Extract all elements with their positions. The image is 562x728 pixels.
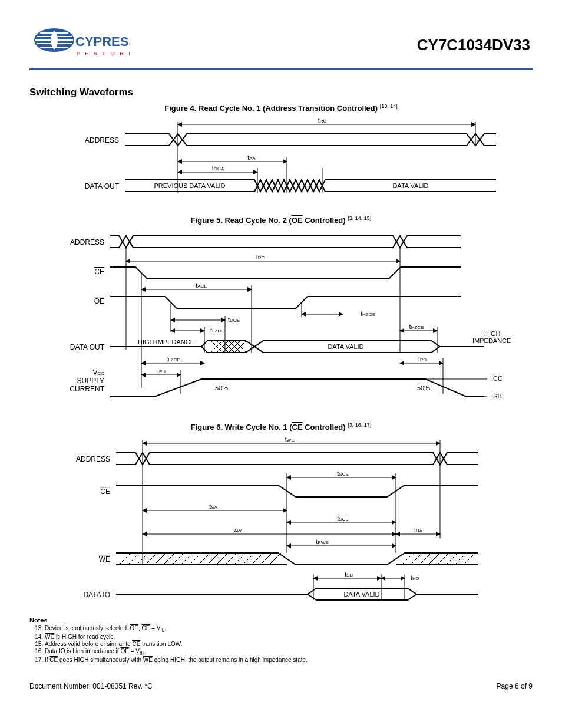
svg-text:tPWE: tPWE bbox=[316, 538, 328, 545]
page-number: Page 6 of 9 bbox=[497, 682, 533, 690]
svg-text:tRC: tRC bbox=[318, 117, 327, 124]
note-16: Data IO is high impedance if OE = VIH. bbox=[45, 648, 533, 656]
svg-text:tHA: tHA bbox=[414, 526, 423, 533]
svg-line-119 bbox=[446, 553, 458, 565]
svg-text:HIGH IMPEDANCE: HIGH IMPEDANCE bbox=[138, 338, 194, 345]
svg-text:tPU: tPU bbox=[157, 367, 166, 374]
page-footer: Document Number: 001-08351 Rev. *C Page … bbox=[29, 682, 533, 690]
svg-text:ICC: ICC bbox=[491, 375, 503, 382]
figure4-diagram: tRC ADDRESS tAA tOHA DATA OUT PREVIOUS D… bbox=[63, 116, 499, 205]
svg-text:DATA OUT: DATA OUT bbox=[85, 182, 120, 190]
svg-line-96 bbox=[119, 553, 131, 565]
notes-heading: Notes bbox=[29, 617, 533, 624]
svg-text:tSCE: tSCE bbox=[337, 470, 349, 477]
svg-line-116 bbox=[419, 553, 431, 565]
svg-text:HIGH: HIGH bbox=[484, 330, 501, 337]
figure6-refs: [3, 16, 17] bbox=[348, 422, 371, 428]
svg-text:tSCE: tSCE bbox=[337, 515, 349, 522]
doc-number: Document Number: 001-08351 Rev. *C bbox=[29, 682, 153, 690]
svg-text:ADDRESS: ADDRESS bbox=[76, 455, 110, 463]
svg-line-120 bbox=[455, 553, 467, 565]
svg-text:tWC: tWC bbox=[285, 436, 295, 443]
svg-text:IMPEDANCE: IMPEDANCE bbox=[472, 337, 511, 344]
svg-text:tLZCE: tLZCE bbox=[166, 355, 180, 363]
svg-text:tSD: tSD bbox=[345, 571, 353, 578]
svg-text:tOHA: tOHA bbox=[212, 164, 224, 172]
figure6-caption-ov: CE bbox=[292, 423, 303, 431]
svg-line-103 bbox=[181, 553, 193, 565]
svg-line-99 bbox=[146, 553, 157, 565]
part-number: CY7C1034DV33 bbox=[417, 36, 530, 54]
svg-text:DATA  OUT: DATA OUT bbox=[70, 343, 105, 351]
logo-text: CYPRESS bbox=[75, 34, 130, 49]
svg-text:ADDRESS: ADDRESS bbox=[70, 238, 104, 246]
logo-subtext: P E R F O R M bbox=[77, 51, 130, 57]
svg-text:CURRENT: CURRENT bbox=[70, 385, 104, 393]
notes-list: Device is continuously selected. OE, CE … bbox=[29, 625, 533, 663]
svg-line-108 bbox=[225, 553, 237, 565]
figure5-caption-ov: OE bbox=[292, 216, 303, 225]
svg-line-117 bbox=[428, 553, 440, 565]
figure5-caption-a: Figure 5. Read Cycle No. 2 ( bbox=[191, 216, 292, 225]
svg-text:tDOE: tDOE bbox=[228, 316, 240, 323]
svg-text:DATA VALID: DATA VALID bbox=[328, 343, 363, 350]
figure6-caption-b: Controlled) bbox=[303, 423, 346, 431]
svg-text:DATA IO: DATA IO bbox=[83, 591, 110, 599]
svg-line-118 bbox=[437, 553, 449, 565]
svg-text:ISB: ISB bbox=[491, 393, 502, 400]
svg-line-109 bbox=[234, 553, 246, 565]
svg-line-112 bbox=[260, 553, 272, 565]
svg-line-107 bbox=[216, 553, 228, 565]
svg-text:SUPPLY: SUPPLY bbox=[77, 377, 104, 385]
svg-line-121 bbox=[464, 553, 475, 565]
svg-text:PREVIOUS DATA VALID: PREVIOUS DATA VALID bbox=[154, 182, 225, 189]
svg-text:50%: 50% bbox=[215, 384, 228, 391]
figure6-caption-a: Figure 6. Write Cycle No. 1 ( bbox=[191, 423, 292, 431]
svg-text:DATA VALID: DATA VALID bbox=[343, 591, 379, 598]
svg-line-105 bbox=[199, 553, 210, 565]
figure4-refs: [13, 14] bbox=[380, 103, 398, 109]
note-15: Address valid before or similar to CE tr… bbox=[45, 641, 533, 647]
svg-text:tHZCE: tHZCE bbox=[409, 323, 424, 330]
svg-line-106 bbox=[207, 553, 219, 565]
figure5-caption: Figure 5. Read Cycle No. 2 (OE Controlle… bbox=[29, 215, 533, 225]
svg-line-100 bbox=[154, 553, 166, 565]
svg-text:tSA: tSA bbox=[209, 503, 217, 510]
svg-line-113 bbox=[269, 553, 281, 565]
svg-line-102 bbox=[172, 553, 184, 565]
page-header: CYPRESS P E R F O R M CY7C1034DV33 bbox=[29, 24, 533, 70]
svg-text:50%: 50% bbox=[417, 384, 430, 391]
svg-text:tAA: tAA bbox=[247, 154, 256, 161]
svg-text:tRC: tRC bbox=[256, 253, 265, 261]
note-14: WE is HIGH for read cycle. bbox=[45, 634, 533, 640]
svg-line-110 bbox=[243, 553, 254, 565]
svg-text:CE: CE bbox=[94, 268, 104, 276]
figure4-caption-text: Figure 4. Read Cycle No. 1 (Address Tran… bbox=[164, 104, 378, 113]
figure5-caption-b: Controlled) bbox=[303, 216, 346, 225]
figure6-caption: Figure 6. Write Cycle No. 1 (CE Controll… bbox=[29, 422, 533, 431]
svg-text:tACE: tACE bbox=[196, 282, 207, 289]
note-13: Device is continuously selected. OE, CE … bbox=[45, 625, 533, 633]
svg-line-97 bbox=[128, 553, 140, 565]
svg-text:tHZOE: tHZOE bbox=[361, 310, 375, 317]
figure5-diagram: ADDRESS tRC CE tACE OE tHZOE tDOE tLZOE … bbox=[48, 229, 514, 411]
svg-text:tAW: tAW bbox=[232, 526, 242, 533]
svg-text:tLZOE: tLZOE bbox=[210, 327, 224, 334]
svg-line-114 bbox=[402, 553, 414, 565]
svg-text:ADDRESS: ADDRESS bbox=[85, 136, 119, 144]
section-title: Switching Waveforms bbox=[29, 87, 533, 98]
svg-text:WE: WE bbox=[99, 555, 110, 564]
svg-line-111 bbox=[252, 553, 263, 565]
svg-line-101 bbox=[163, 553, 175, 565]
svg-text:CE: CE bbox=[100, 487, 110, 496]
svg-line-104 bbox=[190, 553, 201, 565]
figure6-diagram: tWC ADDRESS tSCE CE tSA tSCE tAW tHA tPW… bbox=[54, 435, 508, 606]
svg-text:DATA VALID: DATA VALID bbox=[392, 182, 428, 189]
svg-text:tHD: tHD bbox=[411, 574, 419, 581]
svg-text:VCC: VCC bbox=[92, 368, 104, 377]
cypress-logo: CYPRESS P E R F O R M bbox=[29, 24, 130, 66]
figure4-caption: Figure 4. Read Cycle No. 1 (Address Tran… bbox=[29, 103, 533, 113]
figure5-refs: [3, 14, 15] bbox=[348, 215, 371, 221]
svg-line-115 bbox=[411, 553, 422, 565]
svg-text:OE: OE bbox=[94, 297, 104, 305]
